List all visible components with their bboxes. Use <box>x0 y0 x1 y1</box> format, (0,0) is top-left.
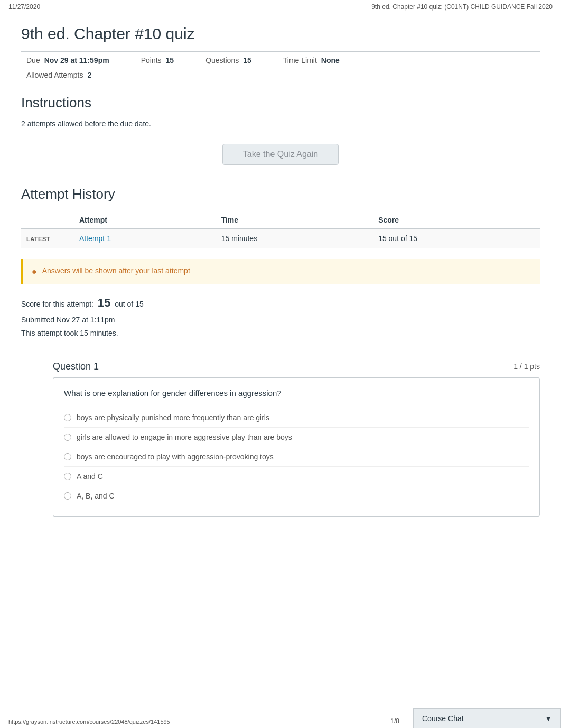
answer-option-5: A, B, and C <box>64 486 529 505</box>
question-1-block: Question 1 1 / 1 pts What is one explana… <box>53 356 540 517</box>
due-value: Nov 29 at 11:59pm <box>44 56 109 64</box>
radio-2 <box>64 434 71 441</box>
attempt-score: 15 out of 15 <box>373 229 540 248</box>
question-1-label: Question 1 <box>53 361 99 372</box>
timelimit-value: None <box>321 56 340 64</box>
attempt-link[interactable]: Attempt 1 <box>79 234 111 243</box>
answer-text-1: boys are physically punished more freque… <box>77 413 269 422</box>
attempt-time: 15 minutes <box>216 229 373 248</box>
answer-option-2: girls are allowed to engage in more aggr… <box>64 427 529 447</box>
attempts-value: 2 <box>87 71 91 79</box>
top-bar: 11/27/2020 9th ed. Chapter #10 quiz: (C0… <box>0 0 561 14</box>
question-1-pts: 1 / 1 pts <box>513 362 540 371</box>
take-quiz-btn[interactable]: Take the Quiz Again <box>222 144 339 165</box>
attempt-history-heading: Attempt History <box>21 186 540 202</box>
table-row: LATEST Attempt 1 15 minutes 15 out of 15 <box>21 229 540 248</box>
quiz-title: 9th ed. Chapter #10 quiz <box>21 25 540 43</box>
points-label: Points <box>141 56 162 64</box>
info-icon: ● <box>32 267 37 277</box>
points-meta: Points 15 <box>141 56 185 64</box>
top-bar-date: 11/27/2020 <box>8 3 40 11</box>
answer-text-2: girls are allowed to engage in more aggr… <box>77 433 292 441</box>
instructions-heading: Instructions <box>21 95 540 111</box>
col-attempt: Attempt <box>74 211 216 229</box>
table-header-row: Attempt Time Score <box>21 211 540 229</box>
quiz-meta-row2: Allowed Attempts 2 <box>21 69 540 84</box>
questions-meta: Questions 15 <box>205 56 262 64</box>
radio-3 <box>64 453 71 460</box>
instructions-body: 2 attempts allowed before the due date. <box>21 119 540 128</box>
col-badge <box>21 211 74 229</box>
points-value: 15 <box>166 56 174 64</box>
attempts-label: Allowed Attempts <box>26 71 83 79</box>
attempt-table: Attempt Time Score LATEST Attempt 1 15 m… <box>21 211 540 248</box>
info-box-text: Answers will be shown after your last at… <box>42 266 190 275</box>
answer-option-1: boys are physically punished more freque… <box>64 408 529 427</box>
score-out-of: out of 15 <box>115 300 144 308</box>
submitted-line: Submitted Nov 27 at 1:11pm <box>21 314 540 327</box>
radio-4 <box>64 473 71 480</box>
col-score: Score <box>373 211 540 229</box>
top-bar-title: 9th ed. Chapter #10 quiz: (C01NT) CHILD … <box>371 3 553 11</box>
col-time: Time <box>216 211 373 229</box>
score-label: Score for this attempt: <box>21 300 94 308</box>
quiz-meta-row1: Due Nov 29 at 11:59pm Points 15 Question… <box>21 52 540 69</box>
attempt-link-cell[interactable]: Attempt 1 <box>74 229 216 248</box>
info-box: ● Answers will be shown after your last … <box>21 259 540 284</box>
radio-5 <box>64 492 71 500</box>
questions-value: 15 <box>243 56 251 64</box>
answer-text-5: A, B, and C <box>77 492 115 500</box>
answer-text-4: A and C <box>77 472 103 481</box>
due-meta: Due Nov 29 at 11:59pm <box>26 56 120 64</box>
page-content: 9th ed. Chapter #10 quiz Due Nov 29 at 1… <box>0 25 561 538</box>
questions-label: Questions <box>205 56 239 64</box>
radio-1 <box>64 414 71 421</box>
answer-option-3: boys are encouraged to play with aggress… <box>64 447 529 466</box>
question-1-body: What is one explanation for gender diffe… <box>53 377 540 517</box>
timelimit-label: Time Limit <box>283 56 317 64</box>
timelimit-meta: Time Limit None <box>283 56 350 64</box>
question-1-header: Question 1 1 / 1 pts <box>53 356 540 377</box>
score-summary: Score for this attempt: 15 out of 15 Sub… <box>21 292 540 340</box>
answer-options: boys are physically punished more freque… <box>64 408 529 505</box>
answer-text-3: boys are encouraged to play with aggress… <box>77 453 274 461</box>
due-label: Due <box>26 56 40 64</box>
score-number: 15 <box>98 296 110 309</box>
latest-badge: LATEST <box>21 229 74 248</box>
took-line: This attempt took 15 minutes. <box>21 327 540 340</box>
score-line: Score for this attempt: 15 out of 15 <box>21 292 540 314</box>
question-1-text: What is one explanation for gender diffe… <box>64 389 529 398</box>
answer-option-4: A and C <box>64 466 529 486</box>
attempt-history-section: Attempt History Attempt Time Score LATES… <box>21 186 540 248</box>
